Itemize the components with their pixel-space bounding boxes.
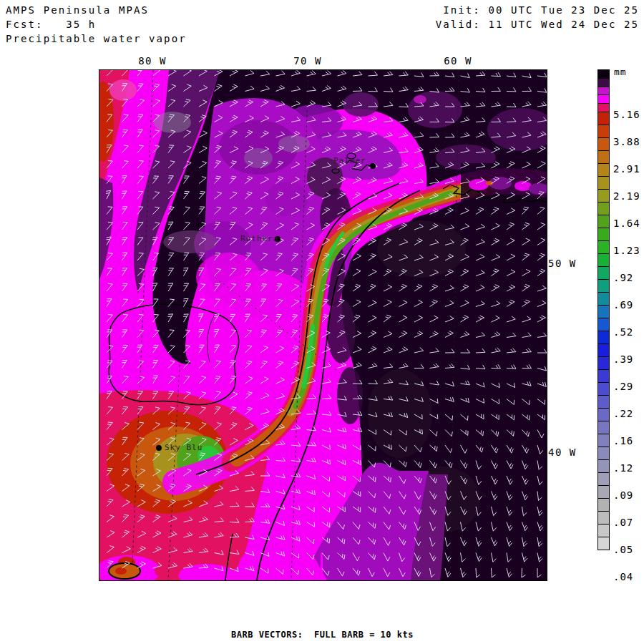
colorbar-tick-label: 2.91: [613, 163, 640, 175]
product-name: Precipitable water vapor: [6, 33, 187, 44]
colorbar-box: [597, 472, 610, 486]
station-label-sky-blu: Sky Blu: [165, 443, 203, 452]
colorbar: 5.163.882.912.191.641.23.92.69.52.39.29.…: [597, 69, 644, 550]
colorbar-box: [597, 343, 610, 357]
colorbar-box: [597, 125, 610, 138]
colorbar-box: [597, 266, 610, 280]
lon-label-right-0: 50 W: [548, 258, 577, 269]
colorbar-box: [597, 253, 610, 267]
colorbar-box: [597, 176, 610, 190]
colorbar-box: [597, 395, 610, 409]
colorbar-tick-label: .04: [613, 571, 633, 583]
colorbar-box: [597, 228, 610, 241]
colorbar-box: [597, 292, 610, 306]
colorbar-box: [597, 447, 610, 460]
colorbar-tick-label: .16: [613, 435, 633, 447]
colorbar-tick-label: 2.19: [613, 190, 640, 203]
colorbar-tick-label: 1.23: [613, 245, 640, 257]
colorbar-box: [597, 382, 610, 396]
init-time: Init: 00 UTC Tue 23 Dec 25: [443, 4, 639, 16]
colorbar-tick-label: .05: [613, 544, 633, 556]
colorbar-tick-label: .09: [613, 489, 633, 502]
lon-label-top-1: 70 W: [283, 55, 333, 67]
colorbar-box: [597, 112, 610, 125]
colorbar-box: [597, 163, 610, 177]
colorbar-box: [597, 485, 610, 499]
colorbar-tick-label: .92: [613, 272, 633, 284]
colorbar-box: [597, 150, 610, 164]
lon-label-top-2: 60 W: [433, 55, 483, 67]
colorbar-box: [597, 318, 610, 331]
colorbar-box: [597, 305, 610, 318]
colorbar-box: [597, 459, 610, 473]
map-canvas: PalmerRotheraSky Blu: [99, 69, 547, 581]
colorbar-box: [597, 524, 610, 537]
colorbar-box: [597, 498, 610, 512]
colorbar-tick-label: .69: [613, 299, 633, 311]
colorbar-tick-label: 3.88: [613, 136, 640, 148]
pwat-field: [99, 70, 547, 580]
colorbar-box: [597, 137, 610, 151]
colorbar-box: [597, 189, 610, 203]
colorbar-box: [597, 511, 610, 525]
colorbar-box: [597, 331, 610, 344]
colorbar-box: [597, 215, 610, 228]
colorbar-box: [597, 240, 610, 254]
colorbar-tick-label: 1.64: [613, 218, 640, 230]
barb-legend-caption: BARB VECTORS: FULL BARB = 10 kts: [99, 630, 546, 640]
colorbar-tick-label: .07: [613, 517, 633, 529]
colorbar-tick-label: 5.16: [613, 109, 640, 121]
colorbar-box: [597, 202, 610, 215]
colorbar-box: [597, 408, 610, 421]
colorbar-units: mm: [614, 67, 627, 77]
colorbar-tick-label: .52: [613, 326, 633, 338]
colorbar-box: [597, 279, 610, 293]
station-label-rothera: Rothera: [240, 234, 278, 243]
weather-plot-page: AMPS Peninsula MPAS Fcst: 35 h Precipita…: [0, 0, 644, 644]
colorbar-tick-label: .39: [613, 353, 633, 366]
station-label-palmer: Palmer: [333, 156, 366, 165]
forecast-hour: Fcst: 35 h: [6, 19, 96, 30]
model-title: AMPS Peninsula MPAS: [6, 4, 149, 16]
colorbar-box: [597, 369, 610, 383]
station-dot-palmer: [370, 163, 376, 169]
lon-label-right-1: 40 W: [548, 447, 577, 458]
station-dot-sky-blu: [156, 445, 162, 451]
colorbar-box: [597, 537, 610, 550]
lon-label-top-0: 80 W: [127, 55, 177, 67]
colorbar-box: [597, 356, 610, 370]
colorbar-box: [597, 434, 610, 447]
colorbar-box: [597, 421, 610, 434]
colorbar-tick-label: .12: [613, 462, 633, 474]
valid-time: Valid: 11 UTC Wed 24 Dec 25: [436, 19, 639, 30]
colorbar-tick-label: .29: [613, 381, 633, 393]
colorbar-tick-label: .22: [613, 408, 633, 420]
